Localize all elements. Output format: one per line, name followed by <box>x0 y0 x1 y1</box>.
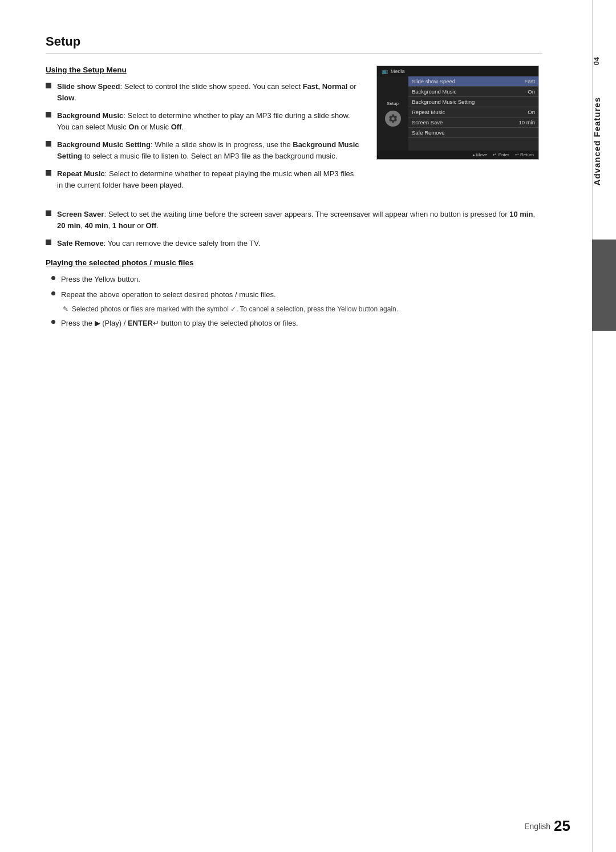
bullet-circle-icon <box>51 291 55 295</box>
side-dark-bar <box>592 240 616 331</box>
playing-bullet-2-text: Repeat the above operation to select des… <box>61 289 276 301</box>
screen-row-label: Background Music Setting <box>412 99 475 105</box>
playing-section-heading: Playing the selected photos / music file… <box>46 258 542 267</box>
footer: English 25 <box>524 817 570 835</box>
screen-bottom-bar: ⬥ Move ↵ Enter ↩ Return <box>377 151 538 159</box>
bullet-circle-icon <box>51 320 55 324</box>
bullet-screen-saver-text: Screen Saver: Select to set the waiting … <box>57 209 542 231</box>
remaining-bullet-list: Screen Saver: Select to set the waiting … <box>46 209 542 249</box>
footer-english-label: English <box>524 822 550 831</box>
bullet-square-icon <box>46 83 51 88</box>
using-setup-menu-heading: Using the Setup Menu <box>46 66 359 74</box>
screen-row-value: 10 min <box>518 119 535 125</box>
bullet-square-icon <box>46 210 51 216</box>
right-column: 📺 Media Setup <box>376 66 542 197</box>
bullet-slideshow-speed: Slide show Speed: Select to control the … <box>46 81 359 103</box>
bullet-screen-saver: Screen Saver: Select to set the waiting … <box>46 209 542 231</box>
bullet-square-icon <box>46 141 51 147</box>
setup-bullet-list: Slide show Speed: Select to control the … <box>46 81 359 190</box>
screen-top-bar: 📺 Media <box>377 66 538 76</box>
bullet-square-icon <box>46 240 51 245</box>
note-line: ✎ Selected photos or files are marked wi… <box>63 305 542 313</box>
screen-row-label: Safe Remove <box>412 129 445 136</box>
bullet-slideshow-speed-text: Slide show Speed: Select to control the … <box>57 81 359 103</box>
screen-control-enter: ↵ Enter <box>493 152 509 157</box>
screen-media-label: Media <box>391 68 405 74</box>
screen-row-slideshow: Slide show Speed Fast <box>408 76 538 87</box>
bullet-circle-icon <box>51 276 55 280</box>
screen-row-value: Fast <box>525 78 535 84</box>
screen-row-bgmusic: Background Music On <box>408 87 538 97</box>
bullet-square-icon <box>46 170 51 176</box>
screen-row-repeatmusic: Repeat Music On <box>408 107 538 117</box>
screen-row-value: On <box>528 109 535 115</box>
bullet-square-icon <box>46 112 51 117</box>
section-title: Setup <box>46 34 542 54</box>
screen-row-label: Repeat Music <box>412 109 445 115</box>
bullet-background-music-setting: Background Music Setting: While a slide … <box>46 139 359 161</box>
screen-row-bgmusicsetting: Background Music Setting <box>408 97 538 107</box>
screen-mockup: 📺 Media Setup <box>376 66 539 160</box>
bullet-repeat-music-text: Repeat Music: Select to determine whethe… <box>57 168 359 190</box>
note-text: Selected photos or files are marked with… <box>72 305 398 313</box>
playing-bullet-2: Repeat the above operation to select des… <box>51 289 542 301</box>
footer-page-number: 25 <box>554 817 570 835</box>
page-container: 04 Advanced Features Setup Using the Set… <box>0 0 616 852</box>
playing-bullet-3: Press the ▶ (Play) / ENTER↵ button to pl… <box>51 318 542 329</box>
screen-body: Setup Slide show Speed <box>377 76 538 151</box>
setup-sidebar-label: Setup <box>387 101 399 106</box>
media-icon: 📺 <box>382 68 388 74</box>
main-content: Setup Using the Setup Menu Slide show Sp… <box>46 34 542 328</box>
playing-bullet-1-text: Press the Yellow button. <box>61 274 140 285</box>
screen-sidebar: Setup <box>377 76 408 151</box>
bullet-background-music: Background Music: Select to determine wh… <box>46 110 359 132</box>
playing-bullet-1: Press the Yellow button. <box>51 274 542 285</box>
screen-control-return: ↩ Return <box>515 152 534 157</box>
left-column: Using the Setup Menu Slide show Speed: S… <box>46 66 359 197</box>
screen-row-label: Slide show Speed <box>412 78 455 84</box>
chapter-label: Advanced Features <box>592 91 616 191</box>
side-tab: 04 Advanced Features <box>592 0 616 852</box>
bullet-safe-remove-text: Safe Remove: You can remove the device s… <box>57 238 542 249</box>
bullet-background-music-text: Background Music: Select to determine wh… <box>57 110 359 132</box>
playing-bullet-list-2: Press the ▶ (Play) / ENTER↵ button to pl… <box>51 318 542 329</box>
playing-bullet-list: Press the Yellow button. Repeat the abov… <box>51 274 542 301</box>
note-pencil-icon: ✎ <box>63 305 68 313</box>
bullet-repeat-music: Repeat Music: Select to determine whethe… <box>46 168 359 190</box>
screen-row-saferemove: Safe Remove <box>408 128 538 138</box>
screen-content: Slide show Speed Fast Background Music O… <box>408 76 538 151</box>
bullet-safe-remove: Safe Remove: You can remove the device s… <box>46 238 542 249</box>
two-col-layout: Using the Setup Menu Slide show Speed: S… <box>46 66 542 197</box>
gear-icon <box>385 111 401 127</box>
screen-row-screensave: Screen Save 10 min <box>408 117 538 128</box>
screen-row-label: Background Music <box>412 88 456 95</box>
bullet-background-music-setting-text: Background Music Setting: While a slide … <box>57 139 359 161</box>
full-width-bullets: Screen Saver: Select to set the waiting … <box>46 209 542 249</box>
screen-row-value: On <box>528 88 535 95</box>
playing-section: Playing the selected photos / music file… <box>46 258 542 329</box>
screen-control-move: ⬥ Move <box>472 152 488 157</box>
screen-row-label: Screen Save <box>412 119 443 125</box>
chapter-number: 04 <box>592 57 616 65</box>
playing-bullet-3-text: Press the ▶ (Play) / ENTER↵ button to pl… <box>61 318 298 329</box>
